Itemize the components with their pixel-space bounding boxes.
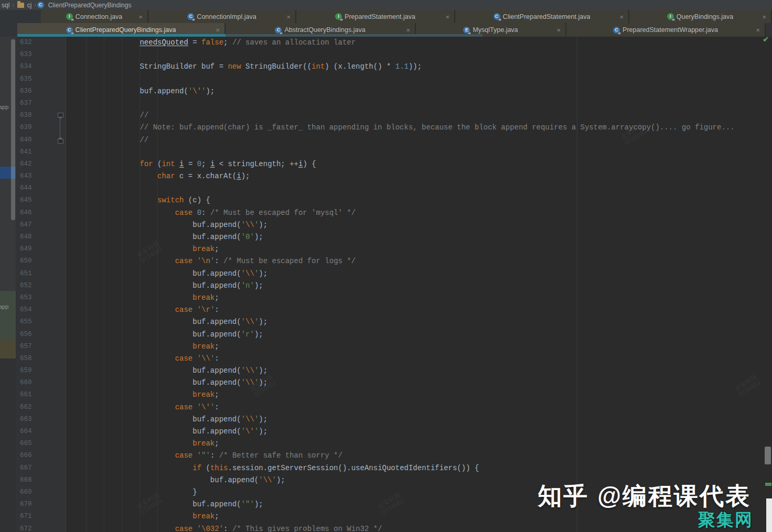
code-text: break; bbox=[66, 438, 219, 450]
code-text: buf.append('\\'); bbox=[66, 365, 267, 377]
line-number: 669 bbox=[16, 486, 66, 498]
readonly-lock-badge bbox=[498, 18, 501, 21]
code-line-638: 638 // bbox=[16, 110, 772, 122]
code-text: case '\\': bbox=[66, 353, 219, 365]
line-number: 660 bbox=[16, 377, 66, 389]
breadcrumb-separator: › bbox=[33, 2, 37, 8]
line-number: 656 bbox=[16, 329, 66, 341]
code-text: break; bbox=[66, 341, 219, 353]
code-text: buf.append('\\'); bbox=[66, 268, 267, 280]
code-editor[interactable]: 632 needsQuoted = false; // saves an all… bbox=[16, 37, 772, 532]
close-icon[interactable]: × bbox=[619, 13, 624, 20]
stripe-mark-green[interactable] bbox=[765, 483, 771, 486]
line-number: 633 bbox=[16, 49, 66, 61]
code-text: buf.append('\\'); bbox=[66, 316, 267, 328]
tab-PreparedStatement-java[interactable]: IPreparedStatement.java× bbox=[296, 10, 455, 23]
line-number: 647 bbox=[16, 219, 66, 231]
readonly-lock-badge bbox=[192, 18, 195, 21]
line-number: 639 bbox=[16, 122, 66, 134]
code-line-645: 645 switch (c) { bbox=[16, 194, 772, 207]
code-text: StringBuilder buf = new StringBuilder((i… bbox=[66, 61, 422, 73]
code-line-663: 663 buf.append('\\'); bbox=[16, 414, 772, 426]
breadcrumb-item-folder[interactable]: cj bbox=[26, 2, 34, 9]
line-number: 659 bbox=[16, 365, 66, 377]
scrollbar-thumb[interactable] bbox=[765, 447, 771, 464]
class-file-icon: C bbox=[187, 13, 194, 20]
fold-start-icon[interactable] bbox=[58, 113, 63, 117]
tree-scope-block bbox=[0, 291, 16, 340]
fold-end-icon[interactable] bbox=[58, 139, 63, 144]
line-number: 637 bbox=[16, 97, 66, 110]
line-number: 655 bbox=[16, 316, 66, 328]
code-text: break; bbox=[66, 292, 219, 304]
readonly-lock-badge bbox=[618, 32, 621, 35]
tool-window-label-app[interactable]: app bbox=[0, 104, 8, 110]
breadcrumb-separator: › bbox=[11, 2, 15, 8]
line-number: 652 bbox=[16, 280, 66, 292]
line-number: 641 bbox=[16, 146, 66, 158]
tab-Connection-java[interactable]: IConnection.java× bbox=[41, 10, 148, 23]
line-number: 664 bbox=[16, 426, 66, 438]
code-line-646: 646 case 0: /* Must be escaped for 'mysq… bbox=[16, 207, 772, 219]
code-line-652: 652 buf.append('n'); bbox=[16, 280, 772, 292]
code-line-661: 661 break; bbox=[16, 389, 772, 401]
tab-ClientPreparedStatement-java[interactable]: CClientPreparedStatement.java× bbox=[455, 10, 629, 23]
ide-window: sql › cj › C ClientPreparedQueryBindings… bbox=[0, 0, 772, 532]
inspection-ok-icon[interactable]: ✔ bbox=[763, 37, 769, 44]
code-text: buf.append('\\'); bbox=[66, 377, 267, 389]
code-text: buf.append('n'); bbox=[66, 280, 263, 292]
close-icon[interactable]: × bbox=[445, 13, 449, 20]
code-line-635: 635 bbox=[16, 73, 772, 85]
code-line-639: 639 // Note: buf.append(char) is _faster… bbox=[16, 122, 772, 134]
code-line-658: 658 case '\\': bbox=[16, 353, 772, 365]
line-number: 635 bbox=[16, 73, 66, 85]
class-file-icon: C bbox=[66, 27, 73, 34]
line-number: 634 bbox=[16, 61, 66, 73]
line-number: 672 bbox=[16, 523, 66, 532]
code-line-666: 666 case '"': /* Better safe than sorry … bbox=[16, 450, 772, 462]
code-text: // bbox=[66, 110, 148, 122]
breadcrumb-item-package[interactable]: sql bbox=[0, 2, 11, 9]
line-number: 658 bbox=[16, 353, 66, 365]
close-icon[interactable]: × bbox=[556, 27, 561, 34]
code-text: buf.append('0'); bbox=[66, 231, 263, 243]
tab-underline-dim bbox=[226, 34, 483, 37]
code-line-656: 656 buf.append('r'); bbox=[16, 329, 772, 341]
code-text: buf.append('r'); bbox=[66, 329, 263, 341]
code-text: switch (c) { bbox=[66, 194, 210, 207]
line-number: 665 bbox=[16, 438, 66, 450]
tab-label: QueryBindings.java bbox=[677, 13, 733, 20]
code-text: case '\'': bbox=[66, 401, 219, 414]
close-icon[interactable]: × bbox=[756, 27, 760, 34]
code-line-637: 637 bbox=[16, 97, 772, 110]
tab-ConnectionImpl-java[interactable]: CConnectionImpl.java× bbox=[148, 10, 296, 23]
left-tool-strip: tegr app app bbox=[0, 10, 16, 532]
breadcrumb-item-class[interactable]: ClientPreparedQueryBindings bbox=[47, 2, 133, 9]
code-text: buf.append('\''); bbox=[66, 426, 267, 438]
close-icon[interactable]: × bbox=[406, 27, 410, 34]
tool-window-label-app-2[interactable]: app bbox=[0, 303, 8, 310]
active-tab-underline bbox=[17, 34, 226, 37]
class-file-icon: C bbox=[37, 2, 44, 8]
panel-scrollbar-thumb[interactable] bbox=[11, 39, 15, 220]
readonly-lock-badge bbox=[71, 18, 74, 21]
line-number: 671 bbox=[16, 511, 66, 523]
close-icon[interactable]: × bbox=[216, 27, 220, 34]
tab-label: AbstractQueryBindings.java bbox=[284, 26, 365, 34]
tab-QueryBindings-java[interactable]: IQueryBindings.java× bbox=[629, 10, 772, 23]
interface-file-icon: I bbox=[667, 13, 674, 20]
line-number: 670 bbox=[16, 498, 66, 511]
code-text: case 0: /* Must be escaped for 'mysql' *… bbox=[66, 207, 356, 219]
code-text: case '"': /* Better safe than sorry */ bbox=[66, 450, 342, 462]
code-line-633: 633 bbox=[16, 49, 772, 61]
breadcrumb: sql › cj › C ClientPreparedQueryBindings bbox=[0, 0, 772, 10]
tab-label: PreparedStatement.java bbox=[345, 13, 415, 20]
code-text: case '\032': /* This gives problems on W… bbox=[66, 523, 382, 532]
editor-tab-row-1: IConnection.java×CConnectionImpl.java×IP… bbox=[0, 10, 772, 23]
tab-label: Connection.java bbox=[76, 13, 123, 20]
close-icon[interactable]: × bbox=[762, 13, 766, 20]
close-icon[interactable]: × bbox=[286, 13, 291, 20]
tab-label: PreparedStatementWrapper.java bbox=[623, 26, 718, 34]
tab-PreparedStatementWrapper-java[interactable]: CPreparedStatementWrapper.java× bbox=[566, 23, 766, 37]
close-icon[interactable]: × bbox=[138, 13, 143, 20]
